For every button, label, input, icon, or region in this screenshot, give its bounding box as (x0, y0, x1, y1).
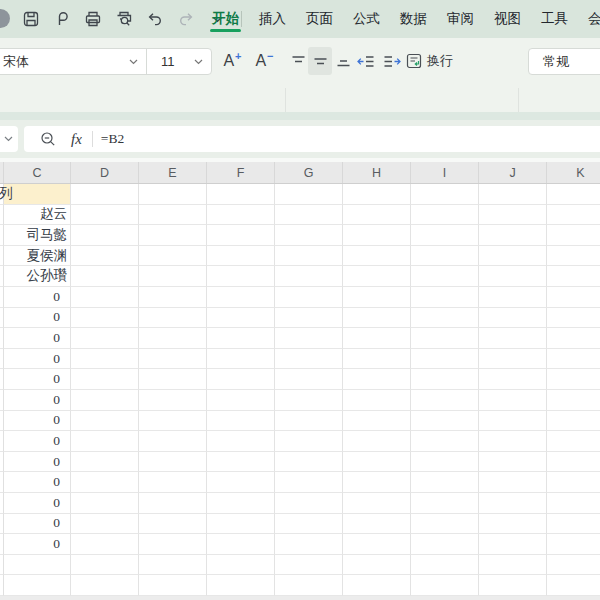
cell[interactable] (479, 184, 547, 205)
cell[interactable] (275, 452, 343, 473)
cell[interactable] (275, 534, 343, 555)
cell[interactable] (479, 308, 547, 329)
cell[interactable] (547, 308, 600, 329)
cell[interactable] (479, 514, 547, 535)
cell[interactable] (207, 349, 275, 370)
cell[interactable] (343, 225, 411, 246)
cell[interactable] (139, 266, 207, 287)
cell[interactable] (139, 555, 207, 576)
tab-data[interactable]: 数据 (398, 1, 429, 37)
cell[interactable] (207, 411, 275, 432)
cell[interactable] (207, 225, 275, 246)
cell[interactable] (275, 575, 343, 596)
cell[interactable] (275, 369, 343, 390)
cell[interactable] (547, 534, 600, 555)
cell-C6[interactable]: 0 (4, 287, 71, 308)
cell[interactable] (479, 575, 547, 596)
cell[interactable] (207, 431, 275, 452)
cell[interactable] (479, 390, 547, 411)
cell-C16[interactable]: 0 (4, 493, 71, 514)
cell[interactable] (343, 411, 411, 432)
cell-C12[interactable]: 0 (4, 411, 71, 432)
cell[interactable] (71, 555, 139, 576)
font-name-select[interactable]: 宋体 (0, 49, 147, 74)
cell[interactable] (207, 287, 275, 308)
cell[interactable] (411, 205, 479, 226)
cell[interactable] (343, 472, 411, 493)
cell[interactable] (343, 205, 411, 226)
tab-tools[interactable]: 工具 (539, 1, 570, 37)
cell[interactable] (411, 514, 479, 535)
cell[interactable] (275, 349, 343, 370)
cell[interactable] (343, 369, 411, 390)
cell-C15[interactable]: 0 (4, 472, 71, 493)
cell[interactable] (207, 246, 275, 267)
cell[interactable] (275, 308, 343, 329)
cell[interactable] (547, 225, 600, 246)
cell[interactable] (547, 266, 600, 287)
cell-C7[interactable]: 0 (4, 308, 71, 329)
cell[interactable] (411, 493, 479, 514)
column-header-G[interactable]: G (275, 162, 343, 183)
cell[interactable] (207, 514, 275, 535)
cell-C17[interactable]: 0 (4, 514, 71, 535)
cell[interactable] (411, 390, 479, 411)
cell[interactable] (207, 452, 275, 473)
redo-button[interactable] (175, 7, 197, 31)
cell[interactable] (207, 205, 275, 226)
cell[interactable] (139, 287, 207, 308)
cell[interactable] (275, 225, 343, 246)
cell[interactable] (139, 225, 207, 246)
cell[interactable] (411, 225, 479, 246)
cell[interactable] (343, 555, 411, 576)
cell-C18[interactable]: 0 (4, 534, 71, 555)
cell[interactable] (547, 493, 600, 514)
cell-C11[interactable]: 0 (4, 390, 71, 411)
cell[interactable] (275, 555, 343, 576)
cell[interactable] (343, 534, 411, 555)
cell[interactable] (71, 534, 139, 555)
cell[interactable] (139, 411, 207, 432)
cell[interactable] (547, 514, 600, 535)
cell[interactable] (479, 369, 547, 390)
cell[interactable] (479, 411, 547, 432)
fx-icon[interactable]: fx (71, 131, 82, 148)
cell[interactable] (275, 493, 343, 514)
cell[interactable] (207, 390, 275, 411)
cell[interactable] (71, 246, 139, 267)
column-header-H[interactable]: H (343, 162, 411, 183)
column-header-J[interactable]: J (479, 162, 547, 183)
cell[interactable] (139, 534, 207, 555)
cell[interactable] (139, 328, 207, 349)
cell[interactable] (411, 452, 479, 473)
cell[interactable] (479, 452, 547, 473)
cell[interactable] (71, 472, 139, 493)
cell[interactable] (275, 390, 343, 411)
cell[interactable] (343, 308, 411, 329)
increase-font-button[interactable]: A+ (218, 48, 246, 74)
cell[interactable] (343, 431, 411, 452)
decrease-font-button[interactable]: A− (250, 48, 278, 74)
cell[interactable] (343, 184, 411, 205)
tab-member[interactable]: 会员专享 (586, 1, 600, 37)
cell[interactable] (343, 390, 411, 411)
cell[interactable] (411, 308, 479, 329)
cell[interactable] (207, 472, 275, 493)
cell[interactable] (411, 534, 479, 555)
cell-C2[interactable]: 赵云 (4, 205, 71, 226)
cell[interactable] (139, 514, 207, 535)
cell[interactable] (411, 266, 479, 287)
cell[interactable] (139, 431, 207, 452)
cell[interactable] (71, 184, 139, 205)
cell[interactable] (207, 184, 275, 205)
cell[interactable] (343, 349, 411, 370)
cell[interactable] (275, 205, 343, 226)
cell[interactable] (547, 472, 600, 493)
cell[interactable] (71, 431, 139, 452)
tab-home[interactable]: 开始 (210, 1, 241, 37)
cell[interactable] (479, 266, 547, 287)
cell-C4[interactable]: 夏侯渊 (4, 246, 71, 267)
cell[interactable] (479, 225, 547, 246)
cell[interactable] (207, 555, 275, 576)
cell[interactable] (139, 349, 207, 370)
